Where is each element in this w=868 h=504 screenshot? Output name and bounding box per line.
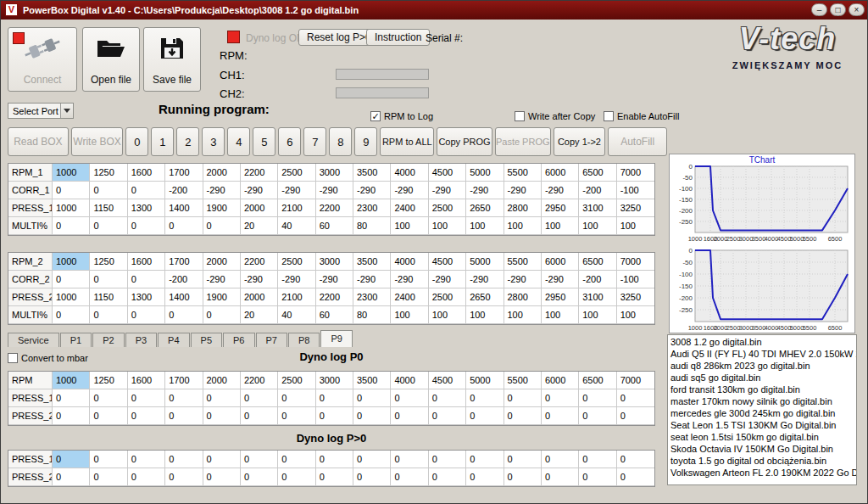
table-cell[interactable]: 0 xyxy=(90,407,127,425)
table-cell[interactable]: 4500 xyxy=(429,372,466,389)
table-cell[interactable]: 0 xyxy=(165,407,203,425)
table-cell[interactable]: 100 xyxy=(504,217,542,235)
table-cell[interactable]: 100 xyxy=(617,306,654,324)
table-cell[interactable]: 2000 xyxy=(241,288,278,306)
table-cell[interactable]: 0 xyxy=(391,468,428,486)
table-cell[interactable]: 4000 xyxy=(391,164,428,182)
tab-p4[interactable]: P4 xyxy=(158,333,189,347)
table-cell[interactable]: 0 xyxy=(579,451,616,468)
table-cell[interactable]: 0 xyxy=(90,306,127,324)
table-cell[interactable]: 100 xyxy=(542,217,579,235)
table-cell[interactable]: 0 xyxy=(241,407,278,425)
table-cell[interactable]: 6000 xyxy=(542,372,579,389)
table-cell[interactable]: 1150 xyxy=(90,199,127,217)
table-cell[interactable]: 0 xyxy=(90,468,127,486)
table-cell[interactable]: 2000 xyxy=(203,253,241,271)
table-cell[interactable]: 5000 xyxy=(466,253,504,271)
digit-button-5[interactable]: 5 xyxy=(253,127,275,156)
table-cell[interactable]: 0 xyxy=(128,271,165,288)
table-cell[interactable]: 2400 xyxy=(391,199,428,217)
table-cell[interactable]: -290 xyxy=(542,271,579,288)
table-cell[interactable]: 2500 xyxy=(278,164,315,182)
digit-button-4[interactable]: 4 xyxy=(227,127,250,156)
table-cell[interactable]: 2500 xyxy=(429,288,466,306)
table-cell[interactable]: 0 xyxy=(504,407,542,425)
table-cell[interactable]: 100 xyxy=(391,217,428,235)
checkbox-box[interactable] xyxy=(604,111,614,121)
table-cell[interactable]: -290 xyxy=(429,182,466,199)
table-cell[interactable]: 1000 xyxy=(53,372,90,389)
table-cell[interactable]: 6500 xyxy=(579,372,616,389)
digit-button-0[interactable]: 0 xyxy=(125,127,148,156)
table-cell[interactable]: 0 xyxy=(504,451,542,468)
table-cell[interactable]: 80 xyxy=(353,306,391,324)
table-cell[interactable]: 60 xyxy=(316,217,353,235)
table-cell[interactable]: 2200 xyxy=(316,199,353,217)
table-cell[interactable]: 0 xyxy=(579,407,616,425)
table-cell[interactable]: 6500 xyxy=(579,164,616,182)
table-cell[interactable]: 4500 xyxy=(429,253,466,271)
table-cell[interactable]: 0 xyxy=(53,407,90,425)
table-cell[interactable]: 0 xyxy=(203,306,241,324)
table-cell[interactable]: 0 xyxy=(353,407,391,425)
tab-p8[interactable]: P8 xyxy=(288,333,320,347)
table-cell[interactable]: 1600 xyxy=(128,164,165,182)
table-cell[interactable]: 20 xyxy=(241,217,278,235)
table-cell[interactable]: 80 xyxy=(353,217,391,235)
table-cell[interactable]: 1000 xyxy=(53,164,90,182)
table-cell[interactable]: 1700 xyxy=(165,372,203,389)
table-cell[interactable]: 0 xyxy=(53,306,90,324)
table-cell[interactable]: 0 xyxy=(165,451,203,468)
table-cell[interactable]: 0 xyxy=(542,451,579,468)
file-item[interactable]: ford transit 130km go digital.bin xyxy=(668,384,856,395)
digit-button-2[interactable]: 2 xyxy=(176,127,199,156)
table-cell[interactable]: 1250 xyxy=(90,372,127,389)
maximize-button[interactable]: □ xyxy=(830,3,846,16)
table-cell[interactable]: 1000 xyxy=(53,288,90,306)
table-cell[interactable]: 0 xyxy=(128,306,165,324)
table-cell[interactable]: -290 xyxy=(429,271,466,288)
table-cell[interactable]: 0 xyxy=(466,389,504,407)
table-cell[interactable]: 0 xyxy=(278,451,315,468)
table-cell[interactable]: 0 xyxy=(203,407,241,425)
table-cell[interactable]: -290 xyxy=(316,182,353,199)
file-item[interactable]: Seat Leon 1.5 TSI 130KM Go Digital.bin xyxy=(668,419,856,431)
table-cell[interactable]: 1000 xyxy=(53,253,90,271)
table-cell[interactable]: 0 xyxy=(241,389,278,407)
digit-button-9[interactable]: 9 xyxy=(354,127,377,156)
table-cell[interactable]: 0 xyxy=(391,407,428,425)
table-cell[interactable]: 5500 xyxy=(504,164,542,182)
table-cell[interactable]: 0 xyxy=(579,389,616,407)
table-cell[interactable]: 100 xyxy=(542,306,579,324)
table-cell[interactable]: 100 xyxy=(391,306,428,324)
table-cell[interactable]: 0 xyxy=(504,468,542,486)
table-cell[interactable]: 0 xyxy=(128,407,165,425)
table-cell[interactable]: -200 xyxy=(165,182,203,199)
table-cell[interactable]: 4500 xyxy=(429,164,466,182)
table-cell[interactable]: 5000 xyxy=(466,164,504,182)
table-cell[interactable]: 2800 xyxy=(504,199,542,217)
table-cell[interactable]: 0 xyxy=(203,451,241,468)
table-cell[interactable]: 5500 xyxy=(504,372,542,389)
table-cell[interactable]: 0 xyxy=(53,217,90,235)
table-cell[interactable]: 0 xyxy=(53,451,90,468)
table-cell[interactable]: -100 xyxy=(617,182,654,199)
table-cell[interactable]: 0 xyxy=(466,407,504,425)
table-cell[interactable]: 0 xyxy=(617,451,654,468)
table-cell[interactable]: -290 xyxy=(203,182,241,199)
table-cell[interactable]: 1900 xyxy=(203,199,241,217)
table-cell[interactable]: 3100 xyxy=(579,288,616,306)
table-cell[interactable]: 1150 xyxy=(90,288,127,306)
table-cell[interactable]: 2400 xyxy=(391,288,428,306)
table-cell[interactable]: 7000 xyxy=(617,372,654,389)
table-cell[interactable]: 0 xyxy=(128,217,165,235)
table-cell[interactable]: -290 xyxy=(353,182,391,199)
table-cell[interactable]: 0 xyxy=(165,389,203,407)
tab-p9[interactable]: P9 xyxy=(320,330,352,347)
table-cell[interactable]: 100 xyxy=(504,306,542,324)
table-cell[interactable]: -290 xyxy=(353,271,391,288)
table-cell[interactable]: 0 xyxy=(128,389,165,407)
table-cell[interactable]: 1600 xyxy=(128,372,165,389)
table-cell[interactable]: 100 xyxy=(579,217,616,235)
table-cell[interactable]: 1300 xyxy=(128,288,165,306)
